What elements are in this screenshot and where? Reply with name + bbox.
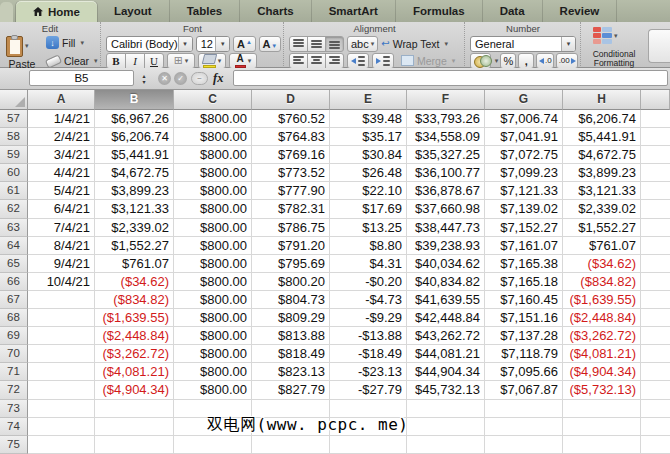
cell-partial[interactable] — [641, 381, 670, 399]
cell-partial[interactable] — [641, 436, 670, 454]
cell-f66[interactable]: $40,834.82 — [407, 273, 485, 291]
cell-b61[interactable]: $3,899.23 — [95, 182, 174, 200]
cell-a60[interactable]: 4/4/21 — [28, 164, 95, 182]
cell-partial[interactable] — [641, 418, 670, 436]
cell-g62[interactable]: $7,139.02 — [485, 200, 563, 218]
cell-f73[interactable] — [407, 400, 485, 418]
cell-b69[interactable]: ($2,448.84) — [95, 327, 174, 345]
cell-c61[interactable]: $800.00 — [174, 182, 252, 200]
cell-partial[interactable] — [641, 327, 670, 345]
italic-button[interactable]: I — [125, 53, 145, 69]
cell-d68[interactable]: $809.29 — [252, 309, 330, 327]
row-header-63[interactable]: 63 — [0, 219, 28, 237]
cell-d65[interactable]: $795.69 — [252, 255, 330, 273]
cell-e57[interactable]: $39.48 — [330, 110, 407, 128]
accounting-format-button[interactable] — [470, 53, 491, 69]
cell-g59[interactable]: $7,072.75 — [485, 146, 563, 164]
column-header-d[interactable]: D — [252, 90, 330, 110]
cell-e65[interactable]: $4.31 — [330, 255, 407, 273]
cell-partial[interactable] — [641, 291, 670, 309]
tab-charts[interactable]: Charts — [240, 0, 311, 22]
cell-a75[interactable] — [28, 436, 95, 454]
cell-e64[interactable]: $8.80 — [330, 237, 407, 255]
cell-c69[interactable]: $800.00 — [174, 327, 252, 345]
conditional-formatting-button[interactable]: ▾ — [593, 27, 618, 44]
cell-partial[interactable] — [641, 200, 670, 218]
cell-h69[interactable]: ($3,262.72) — [563, 327, 641, 345]
cell-b63[interactable]: $2,339.02 — [95, 219, 174, 237]
cell-c67[interactable]: $800.00 — [174, 291, 252, 309]
cell-a58[interactable]: 2/4/21 — [28, 128, 95, 146]
cell-b75[interactable] — [95, 436, 174, 454]
name-box-stepper[interactable]: ▴ ▾ — [138, 71, 150, 86]
cell-partial[interactable] — [641, 182, 670, 200]
row-header-61[interactable]: 61 — [0, 182, 28, 200]
cell-f75[interactable] — [407, 436, 485, 454]
paste-button[interactable]: ▾ — [6, 36, 29, 57]
increase-decimal-button[interactable]: .0 — [536, 53, 554, 69]
name-box[interactable]: B5 — [29, 70, 134, 86]
cell-partial[interactable] — [641, 237, 670, 255]
cell-h68[interactable]: ($2,448.84) — [563, 309, 641, 327]
cell-c60[interactable]: $800.00 — [174, 164, 252, 182]
cell-f59[interactable]: $35,327.25 — [407, 146, 485, 164]
cell-g73[interactable] — [485, 400, 563, 418]
cell-d59[interactable]: $769.16 — [252, 146, 330, 164]
cell-a66[interactable]: 10/4/21 — [28, 273, 95, 291]
row-header-69[interactable]: 69 — [0, 327, 28, 345]
chevron-down-icon[interactable]: ▾ — [215, 37, 229, 51]
cell-h71[interactable]: ($4,904.34) — [563, 363, 641, 381]
cell-d58[interactable]: $764.83 — [252, 128, 330, 146]
cell-g74[interactable] — [485, 418, 563, 436]
cell-c71[interactable]: $800.00 — [174, 363, 252, 381]
align-middle-button[interactable] — [307, 36, 326, 52]
cell-c75[interactable] — [174, 436, 252, 454]
chevron-down-icon[interactable]: ▾ — [495, 57, 499, 65]
cell-b67[interactable]: ($834.82) — [95, 291, 174, 309]
cell-partial[interactable] — [641, 128, 670, 146]
row-header-72[interactable]: 72 — [0, 381, 28, 399]
chevron-down-icon[interactable]: ▾ — [185, 57, 189, 65]
cell-d64[interactable]: $791.20 — [252, 237, 330, 255]
cell-d63[interactable]: $786.75 — [252, 219, 330, 237]
clear-button[interactable]: Clear ▾ — [46, 55, 98, 67]
cell-h63[interactable]: $1,552.27 — [563, 219, 641, 237]
cell-f63[interactable]: $38,447.73 — [407, 219, 485, 237]
cell-partial[interactable] — [641, 363, 670, 381]
cell-b65[interactable]: $761.07 — [95, 255, 174, 273]
cancel-button[interactable]: ✕ — [158, 72, 171, 85]
merge-button[interactable]: Merge ▾ — [401, 55, 455, 67]
cell-g60[interactable]: $7,099.23 — [485, 164, 563, 182]
cell-b64[interactable]: $1,552.27 — [95, 237, 174, 255]
cell-e59[interactable]: $30.84 — [330, 146, 407, 164]
cell-partial[interactable] — [641, 273, 670, 291]
tab-tables[interactable]: Tables — [170, 0, 241, 22]
grow-font-button[interactable]: A▲ — [233, 36, 255, 52]
cell-g72[interactable]: $7,067.87 — [485, 381, 563, 399]
cell-d67[interactable]: $804.73 — [252, 291, 330, 309]
text-orientation-button[interactable]: abc▾ — [347, 36, 378, 52]
cell-e72[interactable]: -$27.79 — [330, 381, 407, 399]
cell-h64[interactable]: $761.07 — [563, 237, 641, 255]
cell-d72[interactable]: $827.79 — [252, 381, 330, 399]
cell-b73[interactable] — [95, 400, 174, 418]
chevron-down-icon[interactable]: ▾ — [614, 32, 618, 40]
chevron-down-icon[interactable]: ▾ — [25, 42, 29, 50]
number-format-select[interactable]: General ▾ — [470, 36, 576, 52]
chevron-down-icon[interactable]: ▾ — [94, 57, 98, 65]
row-header-57[interactable]: 57 — [0, 110, 28, 128]
cell-e71[interactable]: -$23.13 — [330, 363, 407, 381]
chevron-down-icon[interactable]: ▾ — [80, 39, 84, 47]
chevron-down-icon[interactable]: ▾ — [445, 40, 449, 48]
cell-f74[interactable] — [407, 418, 485, 436]
cell-b60[interactable]: $4,672.75 — [95, 164, 174, 182]
select-all-corner[interactable] — [0, 90, 28, 110]
row-header-64[interactable]: 64 — [0, 237, 28, 255]
cell-e68[interactable]: -$9.29 — [330, 309, 407, 327]
cell-partial[interactable] — [641, 164, 670, 182]
cell-h62[interactable]: $2,339.02 — [563, 200, 641, 218]
cell-g63[interactable]: $7,152.27 — [485, 219, 563, 237]
cell-partial[interactable] — [641, 219, 670, 237]
shrink-font-button[interactable]: A▼ — [259, 36, 281, 52]
row-header-74[interactable]: 74 — [0, 418, 28, 436]
